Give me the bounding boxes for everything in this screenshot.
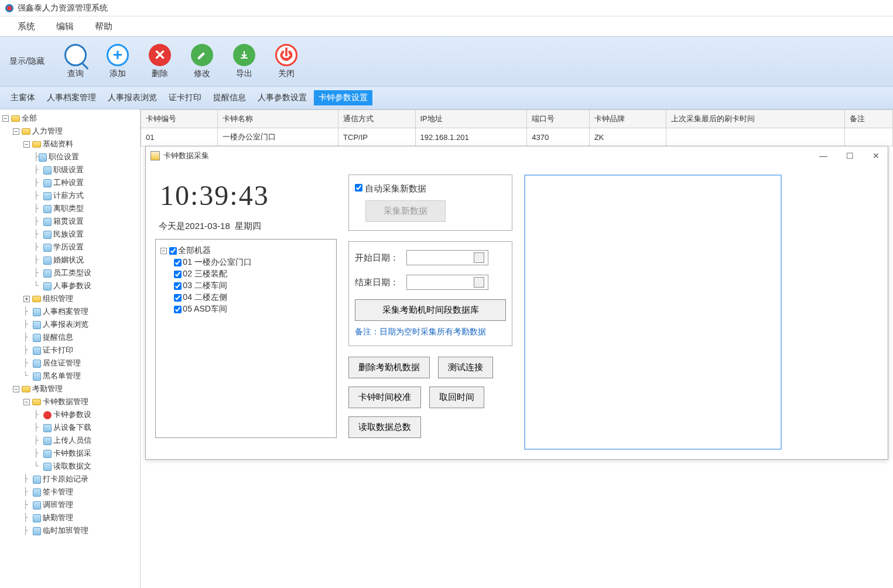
read-total-button[interactable]: 读取数据总数 (348, 416, 421, 438)
collapse-icon[interactable]: − (13, 386, 19, 392)
tree-sign-mgmt[interactable]: ├ 签卡管理 (2, 486, 138, 498)
menu-help[interactable]: 帮助 (84, 18, 123, 36)
machine-item[interactable]: 05 ASD车间 (160, 303, 331, 314)
tree-root[interactable]: −全部 (2, 112, 138, 125)
tree-rank[interactable]: ├ 职级设置 (2, 163, 138, 176)
machine-item[interactable]: 01 一楼办公室门口 (160, 256, 331, 268)
tree-temp-overtime[interactable]: ├ 临时加班管理 (2, 524, 138, 537)
test-connection-button[interactable]: 测试连接 (438, 357, 493, 378)
col-remark[interactable]: 备注 (845, 110, 893, 128)
tree-leave-type[interactable]: ├ 离职类型 (2, 202, 138, 215)
get-time-button[interactable]: 取回时间 (429, 387, 484, 408)
tree-hr-archive[interactable]: ├ 人事档案管理 (2, 305, 138, 318)
tree-residence[interactable]: ├ 居住证管理 (2, 357, 138, 370)
tree-org-mgmt[interactable]: +组织管理 (2, 292, 138, 305)
checkbox-machine[interactable] (174, 306, 182, 313)
doc-icon (43, 192, 52, 200)
tree-card-print[interactable]: ├ 证卡打印 (2, 344, 138, 357)
calendar-icon[interactable] (474, 277, 484, 288)
col-comm-type[interactable]: 通信方式 (338, 110, 415, 128)
tree-device-download[interactable]: ├ 从设备下载 (2, 421, 138, 434)
checkbox-machine[interactable] (174, 271, 182, 278)
menu-system[interactable]: 系统 (7, 18, 46, 36)
doc-icon (33, 347, 41, 355)
doc-icon (33, 321, 41, 329)
auto-collect-panel: 自动采集新数据 采集新数据 (348, 175, 512, 231)
doc-icon (33, 360, 41, 368)
close-dialog-button[interactable]: ✕ (869, 150, 883, 162)
machine-item[interactable]: 02 三楼装配 (160, 268, 331, 279)
tab-hr-report[interactable]: 人事报表浏览 (103, 90, 162, 105)
tab-hr-archive[interactable]: 人事档案管理 (42, 90, 101, 105)
maximize-button[interactable]: ☐ (843, 150, 857, 162)
col-clock-id[interactable]: 卡钟编号 (141, 110, 218, 128)
col-clock-name[interactable]: 卡钟名称 (218, 110, 338, 128)
checkbox-machine[interactable] (174, 259, 182, 266)
machine-all[interactable]: −全部机器 (160, 244, 331, 256)
tree-marriage[interactable]: ├ 婚姻状况 (2, 254, 138, 266)
tab-clock-params[interactable]: 卡钟参数设置 (314, 90, 372, 105)
delete-data-button[interactable]: 删除考勤机数据 (348, 357, 430, 378)
tab-hr-params[interactable]: 人事参数设置 (253, 90, 312, 105)
time-calibrate-button[interactable]: 卡钟时间校准 (348, 387, 421, 408)
toggle-visibility-label[interactable]: 显示/隐藏 (5, 56, 49, 67)
menu-edit[interactable]: 编辑 (46, 18, 84, 36)
start-date-input[interactable] (406, 250, 488, 265)
tree-hr-report[interactable]: ├ 人事报表浏览 (2, 318, 138, 331)
minimize-button[interactable]: — (816, 150, 831, 162)
doc-icon (33, 514, 41, 522)
collapse-icon[interactable]: − (160, 248, 167, 254)
machine-item[interactable]: 04 二楼左侧 (160, 291, 331, 303)
tree-position[interactable]: ├职位设置 (2, 151, 138, 163)
collapse-icon[interactable]: − (23, 141, 30, 148)
tree-emp-type[interactable]: ├ 员工类型设 (2, 266, 138, 279)
checkbox-machine[interactable] (174, 294, 182, 302)
tree-read-data[interactable]: └ 读取数据文 (2, 460, 138, 473)
delete-button[interactable]: ✕ 删除 (144, 42, 176, 81)
expand-icon[interactable]: + (23, 296, 30, 302)
tree-work-type[interactable]: ├ 工种设置 (2, 176, 138, 189)
tab-reminder[interactable]: 提醒信息 (208, 90, 251, 105)
tree-clock-param[interactable]: ├ 卡钟参数设 (2, 408, 138, 421)
tab-main-window[interactable]: 主窗体 (6, 90, 40, 105)
tree-salary[interactable]: ├ 计薪方式 (2, 189, 138, 202)
checkbox-machine[interactable] (174, 282, 182, 290)
tree-native[interactable]: ├ 籍贯设置 (2, 215, 138, 228)
active-icon (43, 411, 52, 419)
tree-hr-param[interactable]: └ 人事参数设 (2, 279, 138, 292)
col-last-time[interactable]: 上次采集最后的刷卡时间 (666, 110, 845, 128)
collapse-icon[interactable]: − (23, 399, 30, 405)
close-button[interactable]: ⏻ 关闭 (271, 42, 302, 81)
tree-blacklist[interactable]: └ 黑名单管理 (2, 370, 138, 382)
calendar-icon[interactable] (474, 252, 484, 263)
tree-shift-mgmt[interactable]: ├ 调班管理 (2, 498, 138, 511)
machine-item[interactable]: 03 二楼车间 (160, 279, 331, 291)
tree-clock-collect[interactable]: ├ 卡钟数据采 (2, 447, 138, 460)
tree-upload-person[interactable]: ├ 上传人员信 (2, 434, 138, 447)
add-button[interactable]: + 添加 (102, 42, 134, 81)
checkbox-all[interactable] (169, 247, 177, 255)
search-button[interactable]: 查询 (60, 42, 91, 81)
tree-basic-data[interactable]: −基础资料 (2, 138, 138, 151)
end-date-input[interactable] (406, 275, 488, 290)
tree-education[interactable]: ├ 学历设置 (2, 241, 138, 254)
tree-absence-mgmt[interactable]: ├ 缺勤管理 (2, 511, 138, 524)
collect-range-button[interactable]: 采集考勤机时间段数据库 (355, 299, 506, 321)
export-button[interactable]: 导出 (228, 42, 260, 81)
tree-ethnic[interactable]: ├ 民族设置 (2, 228, 138, 241)
tree-punch-record[interactable]: ├ 打卡原始记录 (2, 473, 138, 486)
edit-button[interactable]: 修改 (186, 42, 218, 81)
tree-clock-data-mgmt[interactable]: −卡钟数据管理 (2, 395, 138, 408)
collapse-icon[interactable]: − (13, 128, 19, 135)
tree-reminder[interactable]: ├ 提醒信息 (2, 331, 138, 344)
col-ip[interactable]: IP地址 (415, 110, 527, 128)
auto-collect-checkbox[interactable] (355, 184, 362, 192)
tree-hr-mgmt[interactable]: −人力管理 (2, 125, 138, 138)
tab-card-print[interactable]: 证卡打印 (164, 90, 206, 105)
col-port[interactable]: 端口号 (527, 110, 590, 128)
table-row[interactable]: 01 一楼办公室门口 TCP/IP 192.168.1.201 4370 ZK (141, 128, 893, 146)
collapse-icon[interactable]: − (2, 115, 9, 122)
col-brand[interactable]: 卡钟品牌 (589, 110, 666, 128)
tree-attendance[interactable]: −考勤管理 (2, 382, 138, 395)
doc-icon (39, 153, 47, 162)
